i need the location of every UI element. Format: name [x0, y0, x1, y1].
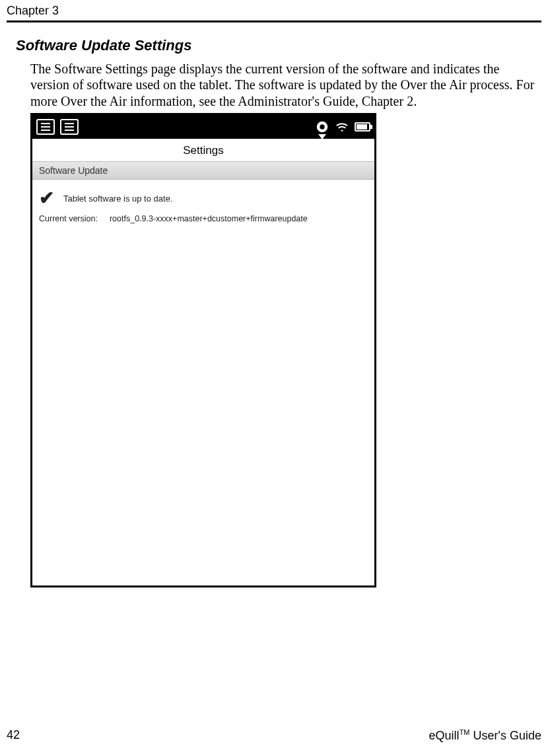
- settings-icon[interactable]: [315, 120, 329, 134]
- trademark: TM: [460, 728, 470, 736]
- status-bar: [32, 115, 374, 139]
- guide-title: eQuillTM User's Guide: [429, 728, 541, 743]
- page-footer: 42 eQuillTM User's Guide: [7, 728, 541, 743]
- svg-point-1: [320, 125, 324, 130]
- menu-icon[interactable]: [36, 119, 55, 135]
- panel-header-software-update: Software Update: [32, 161, 374, 180]
- panel-content: ✔ Tablet software is up to date. Current…: [32, 180, 374, 233]
- guide-suffix: User's Guide: [470, 729, 541, 742]
- status-text: Tablet software is up to date.: [63, 194, 172, 204]
- wifi-icon: [335, 121, 349, 133]
- battery-icon: [355, 122, 370, 132]
- embedded-screenshot: Settings Software Update ✔ Tablet softwa…: [30, 113, 376, 587]
- screen-title: Settings: [32, 139, 374, 161]
- version-label: Current version:: [39, 214, 98, 223]
- check-icon: ✔: [39, 189, 54, 208]
- guide-prefix: eQuill: [429, 729, 460, 742]
- page-number: 42: [7, 728, 20, 743]
- list-icon[interactable]: [60, 119, 79, 135]
- section-body: The Software Settings page displays the …: [30, 61, 540, 109]
- section-title: Software Update Settings: [16, 37, 541, 54]
- chapter-label: Chapter 3: [7, 4, 541, 22]
- version-value: rootfs_0.9.3-xxxx+master+dcustomer+firmw…: [110, 214, 308, 223]
